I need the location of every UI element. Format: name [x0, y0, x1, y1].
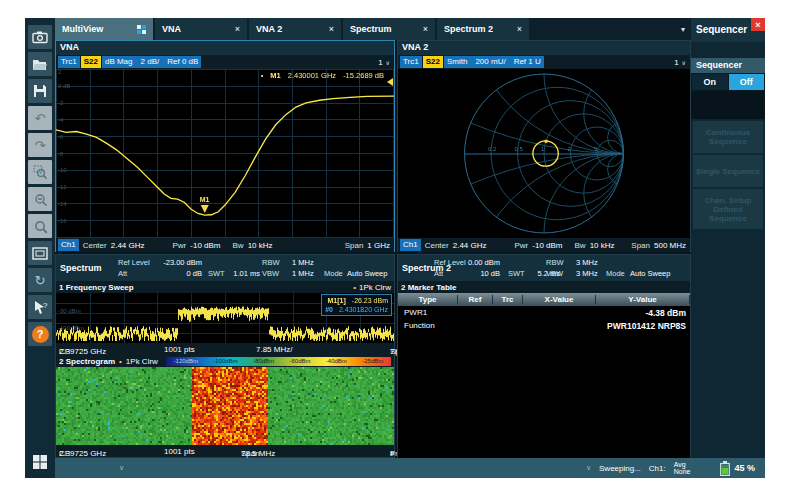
vna-channel-footer: Ch1 Center2.44 GHz Pwr-10 dBm Bw10 kHz S… — [56, 238, 394, 252]
screenshot: ↶ ↷ ↻ ? ? MultiView VNA × — [0, 0, 790, 496]
tab-spectrum2[interactable]: Spectrum 2 × — [437, 18, 529, 40]
status-bar: ∨ ∨ Sweeping... Ch1: Avg None 45 % — [55, 458, 765, 478]
spectrogram-colorbar: -120dBm -100dBm -80dBm -60dBm -40dBm -25… — [166, 357, 391, 366]
channel-badge: Ch1 — [400, 239, 421, 251]
tab-label: VNA 2 — [256, 24, 282, 34]
marker-table: Type Ref Trc X-Value Y-Value PWR1 -4.38 … — [398, 293, 690, 459]
tab-close-icon[interactable]: × — [517, 24, 522, 34]
table-row[interactable]: PWR1 -4.38 dBm — [398, 306, 690, 319]
marker-table-empty-area — [398, 332, 690, 459]
spectrogram-graph[interactable] — [56, 367, 394, 445]
vna-y-label: -14 — [58, 201, 67, 207]
svg-text:?: ? — [43, 301, 48, 310]
close-icon[interactable]: × — [751, 18, 765, 31]
sequencer-off-button[interactable]: Off — [729, 74, 765, 90]
tab-spectrum[interactable]: Spectrum × — [343, 18, 435, 40]
tab-vna2[interactable]: VNA 2 × — [249, 18, 341, 40]
display-frame-icon[interactable] — [28, 241, 52, 265]
battery-indicator: 45 % — [720, 461, 755, 476]
tab-label: Spectrum — [350, 24, 392, 34]
channel-tabbar: MultiView VNA × VNA 2 × Spectrum × Spect… — [55, 18, 691, 40]
help-icon[interactable]: ? — [28, 322, 52, 346]
auto-refresh-icon[interactable]: ↻ — [28, 268, 52, 292]
vna2-trace-header: Trc1 S22 Smith200 mU/Ref 1 U 1∨ — [398, 55, 690, 69]
context-help-icon[interactable]: ? — [28, 295, 52, 319]
spectrum-panel[interactable]: Spectrum Ref Level -23.00 dBm RBW 1 MHz … — [55, 254, 395, 458]
tab-label: Spectrum 2 — [444, 24, 493, 34]
sweep-y-label: -100 dBm — [58, 325, 84, 331]
tab-vna[interactable]: VNA × — [155, 18, 247, 40]
vna-y-label: 2 — [58, 69, 61, 75]
vna-y-label: -10 — [58, 167, 67, 173]
sparam-badge[interactable]: S22 — [81, 56, 101, 68]
camera-icon[interactable] — [28, 25, 52, 49]
spectrogram-axis-footer: CF 2.39725 GHz 1001 pts Span 78.5 MHz Fr… — [56, 445, 394, 457]
spectrum2-panel[interactable]: Spectrum 2 Ref Level 0.00 dBm RBW 3 MHz … — [397, 254, 691, 458]
trace-format-chip[interactable]: dB Mag2 dB/Ref 0 dB — [102, 56, 201, 68]
redo-icon: ↷ — [28, 133, 52, 157]
spectrum2-settings-header: Spectrum 2 Ref Level 0.00 dBm RBW 3 MHz … — [398, 255, 690, 281]
chevron-down-icon: ∨ — [682, 59, 686, 66]
continuous-sequence-button: Continuous Sequence — [693, 121, 763, 153]
tab-overflow-button[interactable]: ▾ — [675, 18, 691, 40]
tab-close-icon[interactable]: × — [329, 24, 334, 34]
vna-marker-readout: •M12.430001 GHz-15.2689 dB — [261, 71, 384, 80]
frequency-sweep-graph[interactable]: -30 dBm -100 dBm M1[1]-26.23 dBm #02.430… — [56, 293, 394, 343]
vna2-panel[interactable]: VNA 2 Trc1 S22 Smith200 mU/Ref 1 U 1∨ Ch… — [397, 40, 691, 252]
spectrogram-bar: 2 Spectrogram •1Pk Clrw -120dBm -100dBm … — [56, 355, 394, 367]
marker-table-bar: 2 Marker Table — [398, 281, 690, 293]
channel-status-label: Ch1: — [649, 464, 666, 473]
chevron-down-icon: ∨ — [386, 59, 390, 66]
vna-y-label: -8 — [58, 151, 63, 157]
vna-graph[interactable]: 20 dB-2-4-6-8-10-12-14-16 •M12.430001 GH… — [56, 69, 394, 238]
undo-icon: ↶ — [28, 106, 52, 130]
vna-y-label: -6 — [58, 134, 63, 140]
spectrum-settings-header: Spectrum Ref Level -23.00 dBm RBW 1 MHz … — [56, 255, 394, 281]
vna-panel-title: VNA — [56, 41, 394, 55]
analyzer-window: ↶ ↷ ↻ ? ? MultiView VNA × — [25, 18, 765, 478]
tab-close-icon[interactable]: × — [423, 24, 428, 34]
tab-multiview[interactable]: MultiView — [55, 18, 153, 40]
trace-format-chip[interactable]: Smith200 mU/Ref 1 U — [444, 56, 544, 68]
sequencer-onoff-toggle: On Off — [691, 73, 765, 91]
open-file-icon[interactable] — [28, 52, 52, 76]
marker-table-header: Type Ref Trc X-Value Y-Value — [398, 293, 690, 306]
battery-percent-label: 45 % — [734, 463, 755, 473]
vna-y-label: -2 — [58, 100, 63, 106]
vna2-channel-footer: Ch1 Center2.44 GHz Pwr-10 dBm Bw10 kHz S… — [398, 238, 690, 252]
vna-trace-header: Trc1 S22 dB Mag2 dB/Ref 0 dB 1∨ — [56, 55, 394, 69]
windows-start-icon[interactable] — [28, 450, 52, 474]
tab-close-icon[interactable]: × — [235, 24, 240, 34]
average-status: Avg None — [674, 461, 691, 475]
window-select-dropdown[interactable]: 1∨ — [674, 58, 688, 67]
sweep-axis-footer: CF 2.39725 GHz 1001 pts 7.85 MHz/ Span 7… — [56, 343, 394, 355]
tab-label: MultiView — [62, 24, 103, 34]
sparam-badge[interactable]: S22 — [423, 56, 443, 68]
multiview-grid-icon — [137, 25, 146, 34]
vna-y-label: -16 — [58, 218, 67, 224]
table-row[interactable]: Function PWR101412 NRP8S — [398, 319, 690, 332]
status-dropdown-chevron[interactable]: ∨ — [586, 464, 591, 472]
sidebar-spacer — [691, 91, 765, 119]
help-question-glyph: ? — [32, 326, 49, 343]
trace-badge[interactable]: Trc1 — [58, 56, 80, 68]
zoom-area-icon — [28, 160, 52, 184]
trace-badge[interactable]: Trc1 — [400, 56, 422, 68]
sweep-y-label: -30 dBm — [58, 308, 81, 314]
window-select-dropdown[interactable]: 1∨ — [378, 58, 392, 67]
statusbar-collapse-chevron[interactable]: ∨ — [119, 464, 124, 472]
spectrogram-plot — [56, 367, 394, 445]
battery-icon — [720, 461, 730, 476]
sweep-marker-readout: M1[1]-26.23 dBm #02.4301820 GHz — [321, 294, 392, 316]
left-toolbar: ↶ ↷ ↻ ? ? — [25, 18, 55, 478]
chan-setup-defined-sequence-button: Chan. Setup Defined Sequence — [693, 189, 763, 229]
vna-panel[interactable]: VNA Trc1 S22 dB Mag2 dB/Ref 0 dB 1∨ 20 d… — [55, 40, 395, 252]
vna-y-label: -4 — [58, 117, 63, 123]
zoom-icon — [28, 214, 52, 238]
save-icon[interactable] — [28, 79, 52, 103]
smith-chart[interactable] — [398, 69, 690, 238]
sweep-status-text: Sweeping... — [599, 464, 641, 473]
vna-y-label: -12 — [58, 184, 67, 190]
sequencer-section-label: Sequencer — [691, 58, 765, 73]
sequencer-on-button[interactable]: On — [692, 74, 728, 90]
